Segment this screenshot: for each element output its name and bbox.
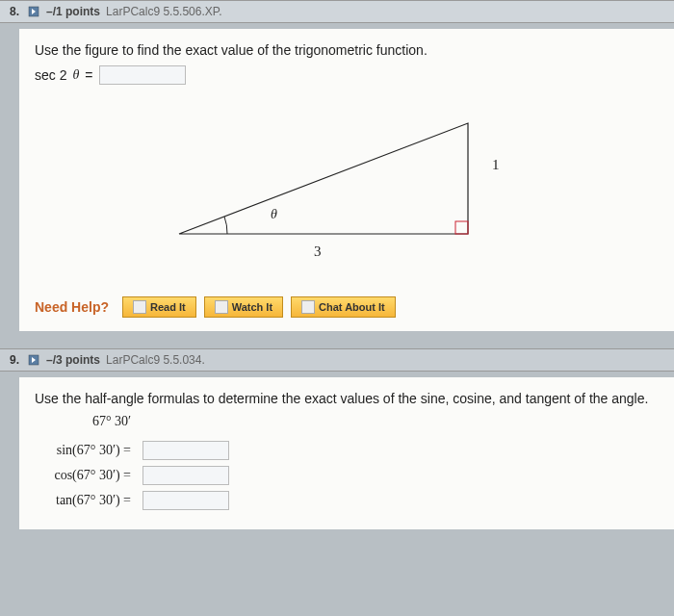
angle-label-theta: θ [271,207,277,222]
chat-icon [301,300,315,314]
problem-8-body: Use the figure to find the exact value o… [19,29,674,331]
read-icon [133,300,146,314]
problem-ref: LarPCalc9 5.5.506.XP. [106,5,222,18]
sin-label: sin(67° 30′) = [35,443,137,458]
tan-input[interactable] [143,491,229,510]
cos-input[interactable] [143,466,229,485]
cos-label: cos(67° 30′) = [35,468,137,483]
sin-row: sin(67° 30′) = [35,441,659,460]
expr-sec: sec 2 [35,67,66,83]
tan-row: tan(67° 30′) = [35,491,659,510]
side-label-1: 1 [492,157,500,173]
instruction-text: Use the figure to find the exact value o… [35,42,659,58]
points-label: –/1 points [46,5,100,18]
details-icon[interactable] [27,353,40,367]
chat-about-it-button[interactable]: Chat About It [291,296,396,318]
equals-sign: = [85,67,92,83]
instruction-text: Use the half-angle formulas to determine… [35,391,659,406]
watch-label: Watch It [232,301,272,313]
theta-symbol: θ [72,67,79,83]
read-label: Read It [150,301,186,313]
problem-9-header: 9. –/3 points LarPCalc9 5.5.034. [0,348,674,372]
sec-2theta-input[interactable] [99,65,186,85]
triangle-figure: 1 3 θ [92,94,478,277]
read-it-button[interactable]: Read It [122,296,196,318]
help-row: Need Help? Read It Watch It Chat About I… [35,296,659,318]
svg-rect-2 [455,221,468,234]
angle-display: 67° 30′ [92,414,659,429]
problem-9-body: Use the half-angle formulas to determine… [19,377,674,529]
cos-row: cos(67° 30′) = [35,466,659,485]
tan-label: tan(67° 30′) = [35,493,137,508]
question-number: 8. [10,5,19,18]
question-number: 9. [10,353,19,367]
svg-marker-1 [179,123,468,234]
triangle-svg [169,104,487,248]
problem-ref: LarPCalc9 5.5.034. [106,353,205,367]
details-icon[interactable] [27,5,40,18]
watch-it-button[interactable]: Watch It [204,296,283,318]
expression-row: sec 2θ = [35,65,659,85]
sin-input[interactable] [143,441,229,460]
need-help-label: Need Help? [35,299,109,315]
watch-icon [215,300,228,314]
chat-label: Chat About It [319,301,385,313]
points-label: –/3 points [46,353,100,367]
problem-8-header: 8. –/1 points LarPCalc9 5.5.506.XP. [0,0,674,23]
side-label-3: 3 [314,244,322,260]
